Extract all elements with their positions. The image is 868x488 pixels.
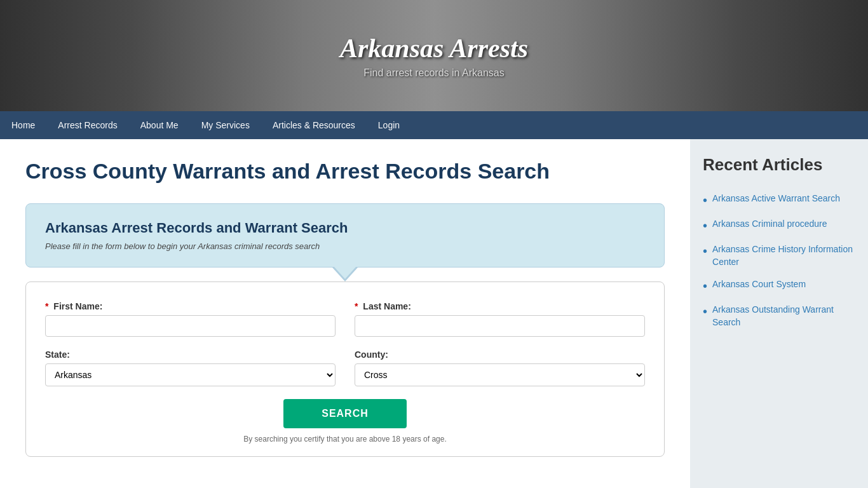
- nav-articles-resources[interactable]: Articles & Resources: [261, 111, 367, 139]
- bullet-icon: •: [703, 193, 707, 208]
- sidebar-articles-list: • Arkansas Active Warrant Search • Arkan…: [703, 193, 855, 329]
- site-title: Arkansas Arrests: [340, 33, 528, 64]
- nav-about-me[interactable]: About Me: [129, 111, 190, 139]
- required-star-last: *: [355, 301, 358, 311]
- required-star-first: *: [45, 301, 48, 311]
- last-name-group: * Last Name:: [355, 301, 645, 337]
- county-group: County: Cross: [355, 349, 645, 386]
- form-card-title: Arkansas Arrest Records and Warrant Sear…: [45, 220, 645, 236]
- sidebar-link-4[interactable]: Arkansas Court System: [712, 278, 806, 291]
- list-item: • Arkansas Outstanding Warrant Search: [703, 304, 855, 329]
- name-row: * First Name: * Last Name:: [45, 301, 645, 337]
- location-row: State: Arkansas County: Cross: [45, 349, 645, 386]
- list-item: • Arkansas Active Warrant Search: [703, 193, 855, 208]
- sidebar-link-3[interactable]: Arkansas Crime History Information Cente…: [712, 243, 855, 268]
- nav-my-services[interactable]: My Services: [190, 111, 261, 139]
- nav-login[interactable]: Login: [367, 111, 411, 139]
- bullet-icon: •: [703, 304, 707, 319]
- form-card: Arkansas Arrest Records and Warrant Sear…: [25, 203, 665, 268]
- first-name-input[interactable]: [45, 315, 336, 337]
- bullet-icon: •: [703, 243, 707, 259]
- list-item: • Arkansas Criminal procedure: [703, 218, 855, 233]
- nav-arrest-records[interactable]: Arrest Records: [46, 111, 128, 139]
- main-nav: Home Arrest Records About Me My Services…: [0, 111, 868, 139]
- last-name-label: * Last Name:: [355, 301, 645, 311]
- state-group: State: Arkansas: [45, 349, 336, 386]
- arrow-down-icon: [332, 268, 358, 281]
- page-wrapper: Cross County Warrants and Arrest Records…: [0, 139, 868, 488]
- first-name-group: * First Name:: [45, 301, 336, 337]
- nav-home[interactable]: Home: [0, 111, 46, 139]
- sidebar-link-5[interactable]: Arkansas Outstanding Warrant Search: [712, 304, 855, 329]
- county-label: County:: [355, 349, 645, 360]
- first-name-label: * First Name:: [45, 301, 336, 311]
- state-select[interactable]: Arkansas: [45, 363, 336, 386]
- page-heading: Cross County Warrants and Arrest Records…: [25, 158, 665, 184]
- sidebar-link-2[interactable]: Arkansas Criminal procedure: [712, 218, 827, 231]
- search-button[interactable]: SEARCH: [283, 399, 407, 428]
- county-select[interactable]: Cross: [355, 363, 645, 386]
- arrow-container: [25, 268, 665, 281]
- site-header: Arkansas Arrests Find arrest records in …: [0, 0, 868, 111]
- form-note: By searching you certify that you are ab…: [45, 435, 645, 444]
- sidebar: Recent Articles • Arkansas Active Warran…: [690, 139, 868, 488]
- site-subtitle: Find arrest records in Arkansas: [340, 67, 528, 79]
- form-card-subtitle: Please fill in the form below to begin y…: [45, 241, 645, 251]
- list-item: • Arkansas Court System: [703, 278, 855, 294]
- main-content: Cross County Warrants and Arrest Records…: [0, 139, 690, 488]
- sidebar-link-1[interactable]: Arkansas Active Warrant Search: [712, 193, 840, 205]
- search-form: * First Name: * Last Name: State:: [25, 281, 665, 457]
- list-item: • Arkansas Crime History Information Cen…: [703, 243, 855, 268]
- sidebar-title: Recent Articles: [703, 155, 855, 180]
- last-name-input[interactable]: [355, 315, 645, 337]
- state-label: State:: [45, 349, 336, 360]
- bullet-icon: •: [703, 218, 707, 233]
- header-content: Arkansas Arrests Find arrest records in …: [340, 33, 528, 79]
- bullet-icon: •: [703, 278, 707, 294]
